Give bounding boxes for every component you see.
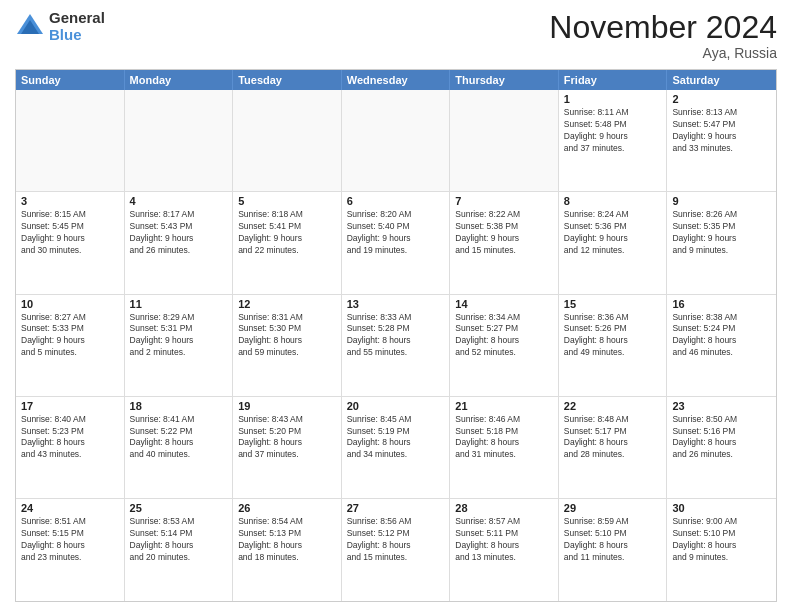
logo-text: General Blue: [49, 10, 105, 43]
day-number: 6: [347, 195, 445, 207]
day-info: Sunrise: 8:40 AM Sunset: 5:23 PM Dayligh…: [21, 414, 119, 462]
calendar-header: Sunday Monday Tuesday Wednesday Thursday…: [16, 70, 776, 90]
day-info: Sunrise: 9:00 AM Sunset: 5:10 PM Dayligh…: [672, 516, 771, 564]
empty-cell: [450, 90, 559, 191]
day-info: Sunrise: 8:51 AM Sunset: 5:15 PM Dayligh…: [21, 516, 119, 564]
day-cell-18: 18Sunrise: 8:41 AM Sunset: 5:22 PM Dayli…: [125, 397, 234, 498]
day-number: 29: [564, 502, 662, 514]
day-info: Sunrise: 8:27 AM Sunset: 5:33 PM Dayligh…: [21, 312, 119, 360]
day-info: Sunrise: 8:57 AM Sunset: 5:11 PM Dayligh…: [455, 516, 553, 564]
day-number: 7: [455, 195, 553, 207]
day-info: Sunrise: 8:22 AM Sunset: 5:38 PM Dayligh…: [455, 209, 553, 257]
day-number: 28: [455, 502, 553, 514]
day-cell-9: 9Sunrise: 8:26 AM Sunset: 5:35 PM Daylig…: [667, 192, 776, 293]
day-cell-7: 7Sunrise: 8:22 AM Sunset: 5:38 PM Daylig…: [450, 192, 559, 293]
logo: General Blue: [15, 10, 105, 43]
day-info: Sunrise: 8:13 AM Sunset: 5:47 PM Dayligh…: [672, 107, 771, 155]
day-cell-26: 26Sunrise: 8:54 AM Sunset: 5:13 PM Dayli…: [233, 499, 342, 601]
empty-cell: [342, 90, 451, 191]
day-number: 20: [347, 400, 445, 412]
day-number: 11: [130, 298, 228, 310]
day-cell-14: 14Sunrise: 8:34 AM Sunset: 5:27 PM Dayli…: [450, 295, 559, 396]
day-cell-3: 3Sunrise: 8:15 AM Sunset: 5:45 PM Daylig…: [16, 192, 125, 293]
day-cell-1: 1Sunrise: 8:11 AM Sunset: 5:48 PM Daylig…: [559, 90, 668, 191]
day-number: 5: [238, 195, 336, 207]
day-number: 3: [21, 195, 119, 207]
day-cell-5: 5Sunrise: 8:18 AM Sunset: 5:41 PM Daylig…: [233, 192, 342, 293]
day-info: Sunrise: 8:11 AM Sunset: 5:48 PM Dayligh…: [564, 107, 662, 155]
day-cell-21: 21Sunrise: 8:46 AM Sunset: 5:18 PM Dayli…: [450, 397, 559, 498]
day-cell-29: 29Sunrise: 8:59 AM Sunset: 5:10 PM Dayli…: [559, 499, 668, 601]
header-monday: Monday: [125, 70, 234, 90]
calendar: Sunday Monday Tuesday Wednesday Thursday…: [15, 69, 777, 602]
day-info: Sunrise: 8:29 AM Sunset: 5:31 PM Dayligh…: [130, 312, 228, 360]
day-info: Sunrise: 8:18 AM Sunset: 5:41 PM Dayligh…: [238, 209, 336, 257]
day-info: Sunrise: 8:54 AM Sunset: 5:13 PM Dayligh…: [238, 516, 336, 564]
empty-cell: [125, 90, 234, 191]
day-info: Sunrise: 8:15 AM Sunset: 5:45 PM Dayligh…: [21, 209, 119, 257]
day-info: Sunrise: 8:33 AM Sunset: 5:28 PM Dayligh…: [347, 312, 445, 360]
day-cell-15: 15Sunrise: 8:36 AM Sunset: 5:26 PM Dayli…: [559, 295, 668, 396]
day-cell-17: 17Sunrise: 8:40 AM Sunset: 5:23 PM Dayli…: [16, 397, 125, 498]
day-number: 18: [130, 400, 228, 412]
day-number: 17: [21, 400, 119, 412]
day-cell-23: 23Sunrise: 8:50 AM Sunset: 5:16 PM Dayli…: [667, 397, 776, 498]
day-number: 13: [347, 298, 445, 310]
calendar-week-0: 1Sunrise: 8:11 AM Sunset: 5:48 PM Daylig…: [16, 90, 776, 192]
day-info: Sunrise: 8:48 AM Sunset: 5:17 PM Dayligh…: [564, 414, 662, 462]
day-info: Sunrise: 8:20 AM Sunset: 5:40 PM Dayligh…: [347, 209, 445, 257]
day-cell-12: 12Sunrise: 8:31 AM Sunset: 5:30 PM Dayli…: [233, 295, 342, 396]
day-number: 23: [672, 400, 771, 412]
day-cell-11: 11Sunrise: 8:29 AM Sunset: 5:31 PM Dayli…: [125, 295, 234, 396]
day-number: 30: [672, 502, 771, 514]
day-number: 27: [347, 502, 445, 514]
day-number: 4: [130, 195, 228, 207]
day-number: 16: [672, 298, 771, 310]
day-info: Sunrise: 8:34 AM Sunset: 5:27 PM Dayligh…: [455, 312, 553, 360]
day-info: Sunrise: 8:53 AM Sunset: 5:14 PM Dayligh…: [130, 516, 228, 564]
day-info: Sunrise: 8:26 AM Sunset: 5:35 PM Dayligh…: [672, 209, 771, 257]
title-block: November 2024 Aya, Russia: [549, 10, 777, 61]
day-info: Sunrise: 8:45 AM Sunset: 5:19 PM Dayligh…: [347, 414, 445, 462]
day-info: Sunrise: 8:17 AM Sunset: 5:43 PM Dayligh…: [130, 209, 228, 257]
day-number: 22: [564, 400, 662, 412]
header: General Blue November 2024 Aya, Russia: [15, 10, 777, 61]
day-cell-13: 13Sunrise: 8:33 AM Sunset: 5:28 PM Dayli…: [342, 295, 451, 396]
header-saturday: Saturday: [667, 70, 776, 90]
day-cell-25: 25Sunrise: 8:53 AM Sunset: 5:14 PM Dayli…: [125, 499, 234, 601]
title-location: Aya, Russia: [549, 45, 777, 61]
day-cell-19: 19Sunrise: 8:43 AM Sunset: 5:20 PM Dayli…: [233, 397, 342, 498]
day-number: 19: [238, 400, 336, 412]
day-cell-2: 2Sunrise: 8:13 AM Sunset: 5:47 PM Daylig…: [667, 90, 776, 191]
day-number: 1: [564, 93, 662, 105]
header-thursday: Thursday: [450, 70, 559, 90]
day-number: 15: [564, 298, 662, 310]
day-info: Sunrise: 8:46 AM Sunset: 5:18 PM Dayligh…: [455, 414, 553, 462]
day-number: 8: [564, 195, 662, 207]
page: General Blue November 2024 Aya, Russia S…: [0, 0, 792, 612]
header-sunday: Sunday: [16, 70, 125, 90]
day-info: Sunrise: 8:41 AM Sunset: 5:22 PM Dayligh…: [130, 414, 228, 462]
day-number: 24: [21, 502, 119, 514]
day-cell-27: 27Sunrise: 8:56 AM Sunset: 5:12 PM Dayli…: [342, 499, 451, 601]
empty-cell: [16, 90, 125, 191]
day-number: 9: [672, 195, 771, 207]
day-number: 14: [455, 298, 553, 310]
header-friday: Friday: [559, 70, 668, 90]
day-number: 2: [672, 93, 771, 105]
day-number: 21: [455, 400, 553, 412]
day-cell-28: 28Sunrise: 8:57 AM Sunset: 5:11 PM Dayli…: [450, 499, 559, 601]
day-info: Sunrise: 8:56 AM Sunset: 5:12 PM Dayligh…: [347, 516, 445, 564]
empty-cell: [233, 90, 342, 191]
day-cell-20: 20Sunrise: 8:45 AM Sunset: 5:19 PM Dayli…: [342, 397, 451, 498]
header-tuesday: Tuesday: [233, 70, 342, 90]
calendar-week-4: 24Sunrise: 8:51 AM Sunset: 5:15 PM Dayli…: [16, 499, 776, 601]
day-info: Sunrise: 8:43 AM Sunset: 5:20 PM Dayligh…: [238, 414, 336, 462]
header-wednesday: Wednesday: [342, 70, 451, 90]
day-cell-16: 16Sunrise: 8:38 AM Sunset: 5:24 PM Dayli…: [667, 295, 776, 396]
logo-general: General: [49, 10, 105, 27]
day-info: Sunrise: 8:38 AM Sunset: 5:24 PM Dayligh…: [672, 312, 771, 360]
logo-icon: [15, 12, 45, 42]
day-number: 26: [238, 502, 336, 514]
day-info: Sunrise: 8:50 AM Sunset: 5:16 PM Dayligh…: [672, 414, 771, 462]
